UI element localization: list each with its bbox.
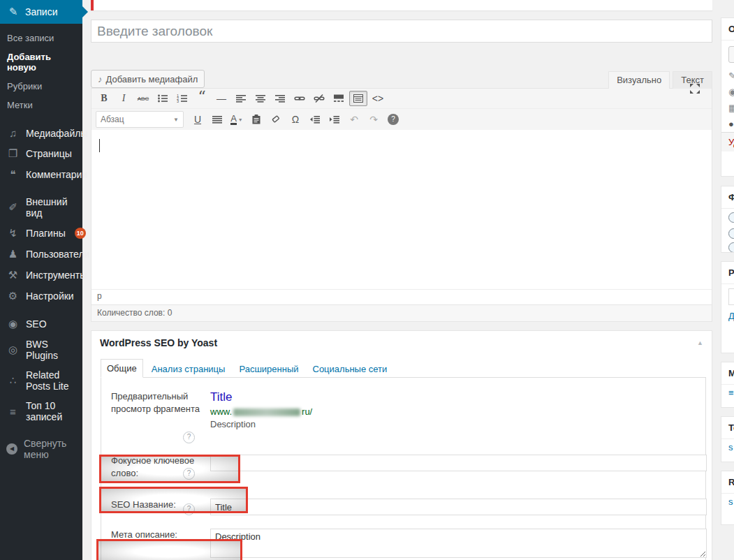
help-button[interactable]: ? — [384, 112, 402, 127]
strikethrough-button[interactable]: ABC — [134, 91, 152, 106]
sidebar-item-tools[interactable]: ⚒ Инструменты — [0, 265, 82, 286]
seo-title-label: SEO Название: ? — [111, 499, 210, 515]
more-tag-button[interactable] — [330, 91, 348, 106]
user-icon: ♟ — [6, 248, 20, 260]
sidebar-item-bws-plugins[interactable]: ◎ BWS Plugins — [0, 334, 82, 365]
sidebar-item-label: Страницы — [26, 148, 72, 159]
blockquote-button[interactable]: “ — [193, 91, 211, 106]
sidebar-item-top10[interactable]: ≡ Топ 10 записей — [0, 396, 82, 427]
sidebar-item-seo[interactable]: ◉ SEO — [0, 314, 82, 334]
focus-keyword-input[interactable] — [210, 455, 707, 471]
add-media-button[interactable]: ♪ Добавить медиафайл — [91, 70, 205, 88]
meta-description-row: Мета описание: ? Description Мета описан… — [111, 529, 696, 560]
submenu-item-categories[interactable]: Рубрики — [0, 77, 82, 96]
sidebar-item-related-posts[interactable]: ∴ Related Posts Lite — [0, 365, 82, 396]
pages-icon: ❐ — [6, 147, 20, 160]
media-icon: ♫ — [6, 127, 20, 139]
italic-button[interactable]: I — [115, 91, 133, 106]
wordpress-admin-add-post-page: ✎ Записи Все записи Добавить новую Рубри… — [0, 0, 734, 560]
tab-page-analysis[interactable]: Анализ страницы — [146, 360, 231, 378]
save-draft-button[interactable] — [728, 46, 734, 63]
bold-button[interactable]: B — [95, 91, 113, 106]
yoast-seo-metabox: WordPress SEO by Yoast ▲ Общие Анализ ст… — [91, 330, 712, 560]
fullscreen-button[interactable] — [686, 81, 704, 96]
sidebar-item-comments[interactable]: ❝ Комментарии — [0, 164, 82, 185]
focus-keyword-row: Фокусное ключевое слово: ? — [111, 455, 696, 480]
paragraph-format-select[interactable]: Абзац ▼ — [96, 111, 184, 128]
sidebar-item-label: Related Posts Lite — [26, 369, 80, 392]
sidebar-item-appearance[interactable]: ✐ Внешний вид — [0, 192, 82, 223]
publish-box: Опубликовать ✎ ◉ ▦ ● Удалить — [721, 17, 734, 177]
sidebar-item-settings[interactable]: ⚙ Настройки — [0, 286, 82, 307]
justify-button[interactable] — [208, 112, 226, 127]
numbered-list-icon: ≡ — [6, 406, 20, 418]
bullet-list-button[interactable] — [154, 91, 172, 106]
snippet-preview-label: Предварительный просмотр фрагмента ? — [111, 390, 210, 429]
blurred-domain — [233, 408, 300, 416]
status-row-icon: ✎ — [721, 68, 734, 84]
metabox-header[interactable]: WordPress SEO by Yoast ▲ — [91, 331, 712, 355]
help-icon[interactable]: ? — [183, 468, 195, 480]
clear-formatting-button[interactable] — [267, 112, 285, 127]
special-char-button[interactable]: Ω — [286, 112, 304, 127]
media-buttons-row: ♪ Добавить медиафайл Визуально Текст — [91, 68, 712, 88]
add-category-link[interactable]: Добавить — [721, 308, 734, 324]
indent-button[interactable] — [325, 112, 344, 127]
tab-social[interactable]: Социальные сети — [307, 360, 393, 378]
help-icon[interactable]: ? — [183, 503, 195, 515]
sidebar-item-media[interactable]: ♫ Медиафайлы — [0, 123, 82, 143]
sidebar-item-plugins[interactable]: ↯ Плагины 10 — [0, 223, 82, 244]
post-title-input[interactable] — [91, 20, 712, 43]
remove-link-button[interactable] — [310, 91, 328, 106]
align-left-button[interactable] — [232, 91, 250, 106]
seo-title-input[interactable] — [210, 499, 707, 515]
text-color-button[interactable]: A▼ — [228, 112, 246, 127]
categories-box-title: Рубрики — [721, 262, 734, 284]
paste-text-button[interactable] — [247, 112, 265, 127]
active-menu-arrow — [82, 6, 88, 17]
tags-link[interactable]: ≡ — [721, 385, 734, 401]
numbered-list-button[interactable]: 123 — [173, 91, 191, 106]
comment-bubble-icon: ❝ — [6, 168, 20, 181]
snippet-url: www.ru/ — [210, 406, 696, 417]
align-right-button[interactable] — [271, 91, 289, 106]
insert-link-button[interactable] — [291, 91, 309, 106]
undo-button[interactable]: ↶ — [345, 112, 363, 127]
underline-button[interactable]: U — [189, 112, 207, 127]
sidebar-item-collapse-menu[interactable]: ◀ Свернуть меню — [0, 434, 82, 464]
horizontal-rule-button[interactable]: — — [212, 91, 230, 106]
format-box-title: Формат — [721, 186, 734, 209]
format-radio[interactable] — [728, 228, 734, 239]
box-link[interactable]: s — [721, 439, 734, 455]
redo-button[interactable]: ↷ — [365, 112, 383, 127]
meta-description-textarea[interactable]: Description — [210, 529, 707, 558]
tab-visual[interactable]: Визуально — [608, 71, 670, 89]
sidebar-item-label: Настройки — [26, 290, 74, 302]
help-icon[interactable]: ? — [183, 432, 195, 443]
sidebar-item-label: SEO — [26, 318, 47, 330]
collapse-toggle-icon[interactable]: ▲ — [697, 339, 703, 346]
snippet-title[interactable]: Title — [210, 390, 696, 404]
sidebar-item-pages[interactable]: ❐ Страницы — [0, 143, 82, 164]
sidebar-item-posts[interactable]: ✎ Записи — [0, 0, 82, 24]
chevron-down-icon: ▼ — [238, 117, 243, 122]
toolbar-toggle-button[interactable] — [349, 91, 367, 106]
tab-advanced[interactable]: Расширенный — [233, 360, 304, 378]
tab-general[interactable]: Общие — [101, 359, 143, 378]
meta-description-label: Мета описание: ? — [111, 529, 210, 560]
format-radio[interactable] — [728, 212, 734, 223]
align-center-button[interactable] — [251, 91, 270, 106]
submenu-item-add-new[interactable]: Добавить новую — [0, 47, 82, 77]
editor-content[interactable] — [91, 130, 712, 289]
box-link[interactable]: s — [721, 494, 734, 510]
related-posts-box-title: Related Posts — [721, 471, 734, 494]
category-field[interactable] — [728, 288, 734, 305]
seo-title-row: SEO Название: ? — [111, 499, 696, 515]
submenu-item-tags[interactable]: Метки — [0, 96, 82, 115]
outdent-button[interactable] — [306, 112, 324, 127]
sidebar-item-users[interactable]: ♟ Пользователи — [0, 244, 82, 265]
submenu-item-all-posts[interactable]: Все записи — [0, 29, 82, 47]
code-button[interactable]: <> — [369, 91, 387, 106]
delete-link[interactable]: Удалить — [721, 132, 734, 152]
format-radio[interactable] — [728, 242, 734, 253]
